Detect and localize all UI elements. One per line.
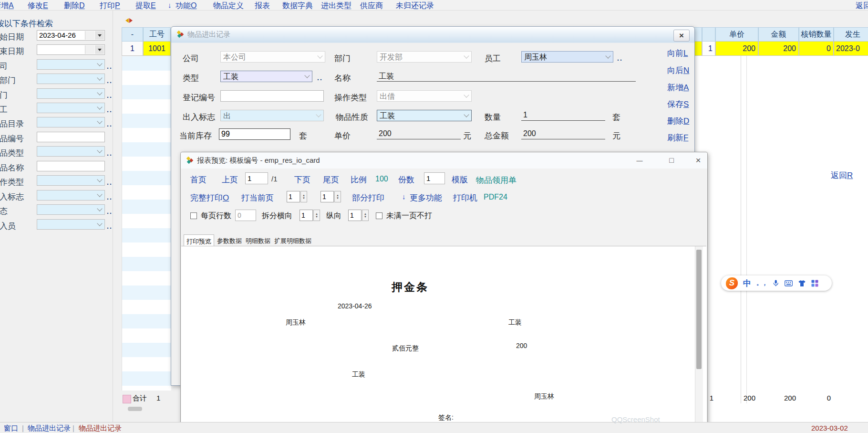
- delete-record-button[interactable]: 删除D: [667, 116, 689, 127]
- item-nature-select[interactable]: 工装: [377, 110, 472, 121]
- tab-extended-detail-data[interactable]: 扩展明细数据: [274, 237, 311, 245]
- grid-cell-qty[interactable]: 1: [702, 42, 715, 56]
- menu-item-edit[interactable]: 修改E: [28, 1, 48, 11]
- toolbox-grid-icon[interactable]: [811, 280, 818, 287]
- swap-columns-icon[interactable]: [125, 18, 133, 23]
- item-type-select[interactable]: [37, 146, 105, 157]
- panel-splitter[interactable]: [113, 10, 113, 422]
- template-name[interactable]: 物品领用单: [476, 175, 517, 186]
- refresh-record-button[interactable]: 刷新F: [667, 132, 688, 143]
- menu-item-extract[interactable]: 提取E: [135, 1, 156, 11]
- grid-row-empid-cell[interactable]: 1001: [143, 42, 171, 56]
- calendar-icon[interactable]: [85, 31, 94, 40]
- employee-select[interactable]: 周玉林: [521, 51, 613, 63]
- bottom-tab-item-io-1[interactable]: 物品进出记录: [28, 424, 71, 433]
- keyboard-icon[interactable]: [785, 280, 793, 287]
- tab-print-preview[interactable]: 打印预览: [184, 234, 214, 246]
- sogou-logo-icon[interactable]: S: [726, 277, 738, 289]
- more-functions-button[interactable]: 更多功能: [410, 192, 442, 203]
- spin-down-icon[interactable]: ▼: [336, 197, 339, 200]
- copies-input[interactable]: [424, 172, 445, 184]
- full-print-button[interactable]: 完整打印O: [190, 192, 229, 203]
- status-select[interactable]: [37, 204, 105, 215]
- browse-button[interactable]: ..: [107, 208, 113, 215]
- browse-button[interactable]: ..: [107, 193, 113, 201]
- partial-print-button[interactable]: 部分打印: [352, 192, 384, 203]
- employee-browse-button[interactable]: ..: [617, 54, 623, 62]
- menu-item-print[interactable]: 打印P: [100, 1, 120, 11]
- io-flag-select[interactable]: [37, 190, 105, 201]
- menu-item-delete[interactable]: 删除D: [64, 1, 85, 11]
- form-return-button[interactable]: 返回R: [831, 170, 853, 181]
- browse-button[interactable]: ..: [107, 222, 113, 230]
- menu-item-unreturned[interactable]: 未归还记录: [396, 1, 434, 11]
- prev-record-button[interactable]: 向前L: [667, 48, 688, 59]
- spin-down-icon[interactable]: ▼: [315, 215, 318, 218]
- prev-page-button[interactable]: 上页: [222, 174, 238, 185]
- last-page-button[interactable]: 尾页: [323, 174, 339, 185]
- browse-button[interactable]: ..: [107, 77, 113, 84]
- grid-header-price[interactable]: 单价: [715, 27, 758, 42]
- item-catalog-select[interactable]: [37, 117, 105, 127]
- bottom-tab-item-io-2-active[interactable]: 物品进出记录: [79, 424, 122, 433]
- grid-header-writeoff[interactable]: 核销数量: [799, 27, 834, 42]
- calendar-icon[interactable]: [85, 45, 94, 54]
- dialog-title-bar[interactable]: 物品进出记录 ×: [171, 27, 694, 43]
- pdf24-button[interactable]: PDF24: [484, 193, 507, 201]
- no-partial-page-checkbox[interactable]: [376, 212, 382, 219]
- stock-input[interactable]: [219, 128, 290, 140]
- tab-parameter-data[interactable]: 参数数据: [217, 237, 242, 245]
- page-number-input[interactable]: [245, 172, 268, 184]
- maximize-button[interactable]: □: [663, 154, 680, 167]
- split-vertical-spinner[interactable]: ▲▼: [348, 210, 362, 221]
- item-name-input[interactable]: [37, 161, 105, 171]
- grid-header-empid[interactable]: 工号: [143, 27, 171, 42]
- menu-item-item-define[interactable]: 物品定义: [213, 1, 244, 11]
- end-date-field[interactable]: [37, 44, 105, 55]
- menu-item-data-dict[interactable]: 数据字典: [282, 1, 313, 11]
- name-field[interactable]: 工装: [377, 71, 636, 82]
- ime-language-toggle[interactable]: 中: [743, 278, 751, 289]
- start-date-input[interactable]: [39, 31, 83, 39]
- quantity-field[interactable]: 1: [521, 110, 605, 121]
- browse-button[interactable]: ..: [107, 92, 113, 99]
- browse-button[interactable]: ..: [107, 106, 113, 114]
- item-no-input[interactable]: [37, 132, 105, 142]
- op-type-select[interactable]: 出借: [377, 90, 472, 102]
- menu-item-io-types[interactable]: 进出类型: [321, 1, 351, 11]
- next-page-button[interactable]: 下页: [294, 174, 310, 185]
- split-vertical-input[interactable]: [348, 210, 362, 221]
- spin-down-icon[interactable]: ▼: [302, 197, 305, 200]
- print-to-spinner[interactable]: ▲▼: [320, 191, 334, 202]
- type-browse-button[interactable]: ..: [317, 74, 323, 82]
- next-record-button[interactable]: 向后N: [667, 65, 689, 76]
- tab-detail-data[interactable]: 明细数据: [246, 237, 270, 245]
- preview-title-bar[interactable]: 报表预览: 模板编号 - emp_res_io_card — □ ×: [181, 152, 707, 169]
- unit-price-field[interactable]: 200: [377, 128, 461, 139]
- grid-cell-date[interactable]: 2023-0: [834, 42, 868, 56]
- preview-scrollbar-thumb[interactable]: [696, 250, 702, 369]
- ime-punctuation-toggle[interactable]: 。，: [756, 279, 767, 287]
- department-select[interactable]: [37, 88, 105, 99]
- grid-header-qty[interactable]: [702, 27, 715, 42]
- grid-header-collapse[interactable]: -: [122, 27, 143, 42]
- entry-clerk-select[interactable]: [37, 219, 105, 230]
- print-from-input[interactable]: [287, 191, 300, 202]
- employee-select[interactable]: [37, 103, 105, 113]
- horizontal-scrollbar-thumb[interactable]: [128, 407, 142, 411]
- browse-button[interactable]: ..: [107, 179, 113, 186]
- grid-cell-amount[interactable]: 200: [758, 42, 799, 56]
- spin-down-icon[interactable]: ▼: [364, 215, 367, 218]
- rows-per-page-checkbox[interactable]: [190, 212, 197, 219]
- menu-item-suppliers[interactable]: 供应商: [360, 1, 383, 11]
- browse-button[interactable]: ..: [107, 120, 113, 128]
- bottom-tab-windows[interactable]: 窗口: [4, 424, 18, 433]
- start-date-field[interactable]: [37, 30, 105, 41]
- print-from-spinner[interactable]: ▲▼: [287, 191, 300, 202]
- menu-item-add[interactable]: 新增A: [0, 1, 14, 11]
- menu-item-reports[interactable]: 报表: [255, 1, 270, 11]
- department-select[interactable]: 开发部: [377, 51, 472, 63]
- save-record-button[interactable]: 保存S: [667, 99, 689, 110]
- op-type-select[interactable]: [37, 175, 105, 186]
- type-select[interactable]: 工装: [220, 71, 312, 82]
